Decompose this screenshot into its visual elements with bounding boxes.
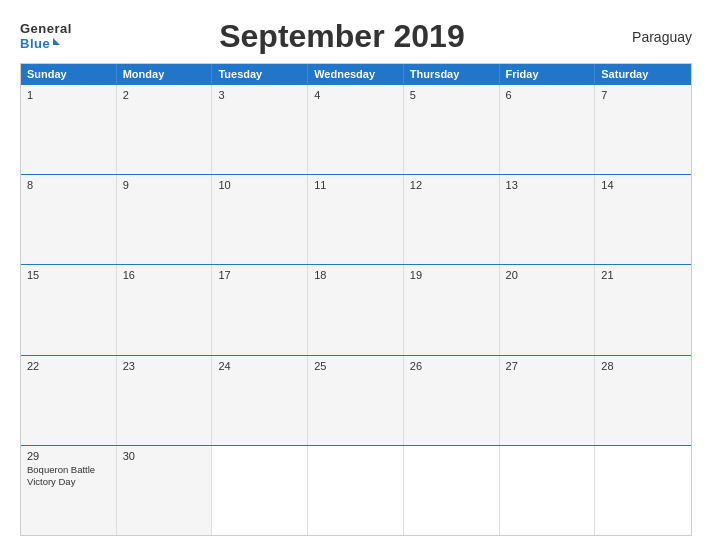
day-number: 6 bbox=[506, 89, 589, 101]
week-row-1: 1234567 bbox=[21, 84, 691, 174]
calendar-grid: Sunday Monday Tuesday Wednesday Thursday… bbox=[20, 63, 692, 536]
logo-triangle-icon bbox=[53, 38, 60, 45]
calendar-title: September 2019 bbox=[72, 18, 612, 55]
cal-cell-4-1: 30 bbox=[117, 446, 213, 535]
header: General Blue September 2019 Paraguay bbox=[20, 18, 692, 55]
logo-blue-text: Blue bbox=[20, 37, 60, 51]
day-number: 10 bbox=[218, 179, 301, 191]
day-number: 12 bbox=[410, 179, 493, 191]
day-number: 27 bbox=[506, 360, 589, 372]
cal-cell-3-1: 23 bbox=[117, 356, 213, 445]
cal-cell-2-5: 20 bbox=[500, 265, 596, 354]
day-number: 18 bbox=[314, 269, 397, 281]
day-number: 2 bbox=[123, 89, 206, 101]
day-number: 9 bbox=[123, 179, 206, 191]
cal-cell-3-6: 28 bbox=[595, 356, 691, 445]
header-thursday: Thursday bbox=[404, 64, 500, 84]
header-wednesday: Wednesday bbox=[308, 64, 404, 84]
day-number: 15 bbox=[27, 269, 110, 281]
cal-cell-4-6 bbox=[595, 446, 691, 535]
weekday-header-row: Sunday Monday Tuesday Wednesday Thursday… bbox=[21, 64, 691, 84]
header-monday: Monday bbox=[117, 64, 213, 84]
cal-cell-0-4: 5 bbox=[404, 85, 500, 174]
cal-cell-2-4: 19 bbox=[404, 265, 500, 354]
cal-cell-4-5 bbox=[500, 446, 596, 535]
cal-cell-2-6: 21 bbox=[595, 265, 691, 354]
day-number: 30 bbox=[123, 450, 206, 462]
cal-cell-3-5: 27 bbox=[500, 356, 596, 445]
cal-cell-0-6: 7 bbox=[595, 85, 691, 174]
cal-cell-2-2: 17 bbox=[212, 265, 308, 354]
day-number: 11 bbox=[314, 179, 397, 191]
day-number: 19 bbox=[410, 269, 493, 281]
week-row-2: 891011121314 bbox=[21, 174, 691, 264]
event-label: Boqueron Battle Victory Day bbox=[27, 464, 110, 489]
calendar-page: General Blue September 2019 Paraguay Sun… bbox=[0, 0, 712, 550]
header-tuesday: Tuesday bbox=[212, 64, 308, 84]
day-number: 21 bbox=[601, 269, 685, 281]
day-number: 25 bbox=[314, 360, 397, 372]
cal-cell-1-0: 8 bbox=[21, 175, 117, 264]
day-number: 14 bbox=[601, 179, 685, 191]
cal-cell-0-3: 4 bbox=[308, 85, 404, 174]
cal-cell-0-2: 3 bbox=[212, 85, 308, 174]
cal-cell-1-5: 13 bbox=[500, 175, 596, 264]
day-number: 20 bbox=[506, 269, 589, 281]
week-row-4: 22232425262728 bbox=[21, 355, 691, 445]
day-number: 28 bbox=[601, 360, 685, 372]
cal-cell-1-3: 11 bbox=[308, 175, 404, 264]
day-number: 8 bbox=[27, 179, 110, 191]
cal-cell-4-3 bbox=[308, 446, 404, 535]
cal-cell-0-0: 1 bbox=[21, 85, 117, 174]
cal-cell-3-3: 25 bbox=[308, 356, 404, 445]
cal-cell-2-3: 18 bbox=[308, 265, 404, 354]
day-number: 22 bbox=[27, 360, 110, 372]
cal-cell-1-1: 9 bbox=[117, 175, 213, 264]
day-number: 4 bbox=[314, 89, 397, 101]
cal-cell-3-4: 26 bbox=[404, 356, 500, 445]
header-sunday: Sunday bbox=[21, 64, 117, 84]
calendar-body: 1234567891011121314151617181920212223242… bbox=[21, 84, 691, 535]
header-saturday: Saturday bbox=[595, 64, 691, 84]
day-number: 5 bbox=[410, 89, 493, 101]
week-row-3: 15161718192021 bbox=[21, 264, 691, 354]
day-number: 16 bbox=[123, 269, 206, 281]
cal-cell-4-4 bbox=[404, 446, 500, 535]
cal-cell-2-1: 16 bbox=[117, 265, 213, 354]
cal-cell-1-2: 10 bbox=[212, 175, 308, 264]
day-number: 3 bbox=[218, 89, 301, 101]
day-number: 13 bbox=[506, 179, 589, 191]
day-number: 29 bbox=[27, 450, 110, 462]
country-label: Paraguay bbox=[612, 29, 692, 45]
day-number: 17 bbox=[218, 269, 301, 281]
cal-cell-4-0: 29Boqueron Battle Victory Day bbox=[21, 446, 117, 535]
day-number: 23 bbox=[123, 360, 206, 372]
cal-cell-3-0: 22 bbox=[21, 356, 117, 445]
week-row-5: 29Boqueron Battle Victory Day30 bbox=[21, 445, 691, 535]
cal-cell-0-1: 2 bbox=[117, 85, 213, 174]
day-number: 7 bbox=[601, 89, 685, 101]
cal-cell-0-5: 6 bbox=[500, 85, 596, 174]
cal-cell-1-4: 12 bbox=[404, 175, 500, 264]
cal-cell-4-2 bbox=[212, 446, 308, 535]
cal-cell-1-6: 14 bbox=[595, 175, 691, 264]
cal-cell-3-2: 24 bbox=[212, 356, 308, 445]
header-friday: Friday bbox=[500, 64, 596, 84]
day-number: 26 bbox=[410, 360, 493, 372]
day-number: 1 bbox=[27, 89, 110, 101]
day-number: 24 bbox=[218, 360, 301, 372]
logo-general-text: General bbox=[20, 22, 72, 36]
logo: General Blue bbox=[20, 22, 72, 51]
cal-cell-2-0: 15 bbox=[21, 265, 117, 354]
